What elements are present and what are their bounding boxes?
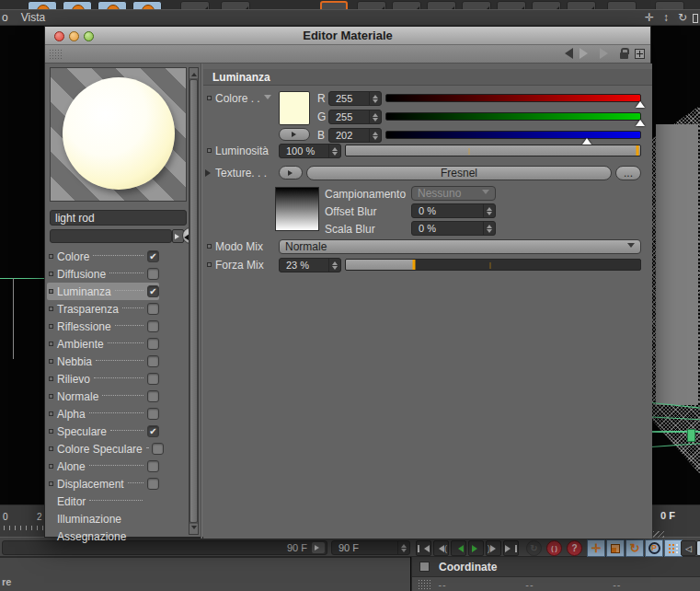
viewport-right[interactable] [651, 26, 700, 504]
toolbar-button[interactable] [28, 1, 57, 9]
blue-slider[interactable] [385, 131, 641, 139]
light-object-handle[interactable] [687, 429, 695, 442]
render-settings-button[interactable]: ◁ [681, 540, 696, 556]
mix-mode-dropdown[interactable]: Normale [279, 239, 641, 254]
toolbar-button[interactable] [180, 1, 210, 9]
toolbar-button[interactable] [221, 1, 250, 9]
toolbar-button[interactable] [63, 1, 92, 9]
zoom-icon[interactable]: ↕ [660, 11, 672, 24]
next-key-button[interactable]: ) [486, 540, 501, 556]
new-window-icon[interactable] [635, 49, 645, 59]
red-slider[interactable] [385, 94, 641, 102]
channel-riflessione[interactable]: Riflessione [47, 318, 159, 335]
channel-checkbox[interactable] [147, 355, 159, 367]
menu-vista[interactable]: Vista [21, 11, 45, 24]
tab-editor[interactable]: Editor [47, 492, 159, 510]
scroll-down-icon[interactable] [189, 524, 198, 534]
green-spinner[interactable]: 255 [328, 110, 382, 124]
channel-checkbox[interactable]: ✔ [147, 250, 159, 262]
toolbar-button[interactable] [357, 1, 386, 9]
previous-key-button[interactable]: ( [433, 540, 449, 556]
preview-scene-field[interactable] [50, 229, 172, 243]
toolbar-button[interactable] [607, 1, 637, 9]
track-dot[interactable] [207, 244, 212, 249]
blue-slider-handle[interactable] [582, 133, 591, 145]
keyframe-record-button[interactable]: ( ) [546, 540, 562, 556]
play-backward-button[interactable] [451, 540, 466, 556]
toolbar-button-active[interactable] [320, 1, 348, 9]
switch-view-icon[interactable] [693, 14, 698, 23]
toolbar-button[interactable] [567, 1, 596, 9]
autokey-help-button[interactable]: ? [567, 540, 582, 556]
texture-menu-button[interactable] [279, 166, 303, 180]
brightness-slider[interactable] [345, 145, 641, 156]
texture-shader-button[interactable]: Fresnel [306, 166, 612, 180]
channel-checkbox[interactable] [147, 303, 159, 315]
drag-handle-icon[interactable] [49, 49, 62, 60]
window-titlebar[interactable]: Editor Materiale [45, 27, 650, 45]
channel-ambiente[interactable]: Ambiente [47, 335, 159, 353]
toolbar-button[interactable] [655, 1, 684, 9]
channel-checkbox[interactable] [147, 320, 159, 332]
coordinate-system-button[interactable]: P [645, 539, 663, 557]
channel-speculare[interactable]: Speculare✔ [47, 423, 159, 440]
channel-colore[interactable]: Colore✔ [47, 248, 159, 265]
left-scrollbar[interactable] [189, 67, 199, 535]
track-dot[interactable] [207, 262, 212, 267]
channel-diffusione[interactable]: Diffusione [47, 265, 159, 283]
zoom-button[interactable] [84, 31, 94, 41]
texture-browse-button[interactable]: ... [615, 166, 641, 180]
mix-strength-spinner[interactable]: 23 % [279, 258, 341, 272]
material-preview[interactable] [50, 67, 187, 202]
channel-alone[interactable]: Alone [47, 458, 159, 475]
channel-trasparenza[interactable]: Trasparenza [47, 300, 159, 318]
toolbar-button[interactable] [132, 1, 162, 9]
viewport-left[interactable] [0, 26, 44, 504]
mix-strength-slider[interactable] [345, 259, 641, 271]
brightness-spinner[interactable]: 100 % [279, 144, 341, 158]
goto-end-icon[interactable] [312, 542, 325, 553]
red-slider-handle[interactable] [636, 97, 645, 108]
history-back-icon[interactable] [559, 48, 573, 59]
current-frame-spinner[interactable]: 90 F [331, 540, 410, 555]
toolbar-button[interactable] [98, 1, 127, 9]
channel-alpha[interactable]: Alpha [47, 405, 159, 423]
document-button[interactable] [696, 540, 700, 556]
channel-checkbox[interactable] [147, 373, 159, 385]
toolbar-button[interactable] [427, 1, 456, 9]
minimize-button[interactable] [69, 31, 79, 41]
channel-luminanza-selected[interactable]: Luminanza✔ [47, 283, 159, 300]
scale-tool-button[interactable] [606, 539, 625, 557]
expand-triangle-icon[interactable] [205, 169, 214, 177]
go-to-start-button[interactable] [416, 540, 431, 556]
drag-handle-icon[interactable] [418, 579, 430, 590]
lock-icon[interactable] [620, 52, 628, 59]
toolbar-button[interactable] [532, 1, 561, 9]
toolbar-button[interactable] [497, 1, 526, 9]
panel-resize-grip[interactable] [653, 531, 664, 538]
scroll-up-icon[interactable] [189, 68, 198, 78]
channel-checkbox[interactable] [147, 390, 159, 402]
channel-checkbox[interactable] [152, 443, 164, 455]
scale-blur-spinner[interactable]: 0 % [411, 221, 496, 236]
red-spinner[interactable]: 255 [328, 91, 382, 106]
axis-lock-button[interactable] [664, 539, 683, 557]
channel-checkbox[interactable]: ✔ [147, 425, 159, 437]
coordinate-header[interactable]: Coordinate [412, 557, 700, 577]
scrollbar-thumb[interactable] [189, 79, 198, 523]
color-picker-button[interactable] [279, 128, 310, 141]
toolbar-button[interactable] [392, 1, 421, 9]
color-swatch[interactable] [279, 91, 310, 125]
offset-blur-spinner[interactable]: 0 % [411, 203, 496, 218]
channel-checkbox[interactable] [147, 338, 159, 350]
channel-checkbox[interactable]: ✔ [147, 285, 159, 297]
close-button[interactable] [54, 31, 64, 41]
tab-assegnazione[interactable]: Assegnazione [47, 527, 159, 545]
brightness-slider-handle[interactable] [636, 145, 638, 156]
green-slider-handle[interactable] [636, 115, 645, 126]
channel-checkbox[interactable] [147, 460, 159, 472]
track-dot[interactable] [207, 148, 212, 153]
move-tool-button[interactable]: ✛ [587, 539, 605, 557]
channel-rilievo[interactable]: Rilievo [47, 370, 159, 388]
pan-icon[interactable]: ✛ [643, 11, 656, 24]
